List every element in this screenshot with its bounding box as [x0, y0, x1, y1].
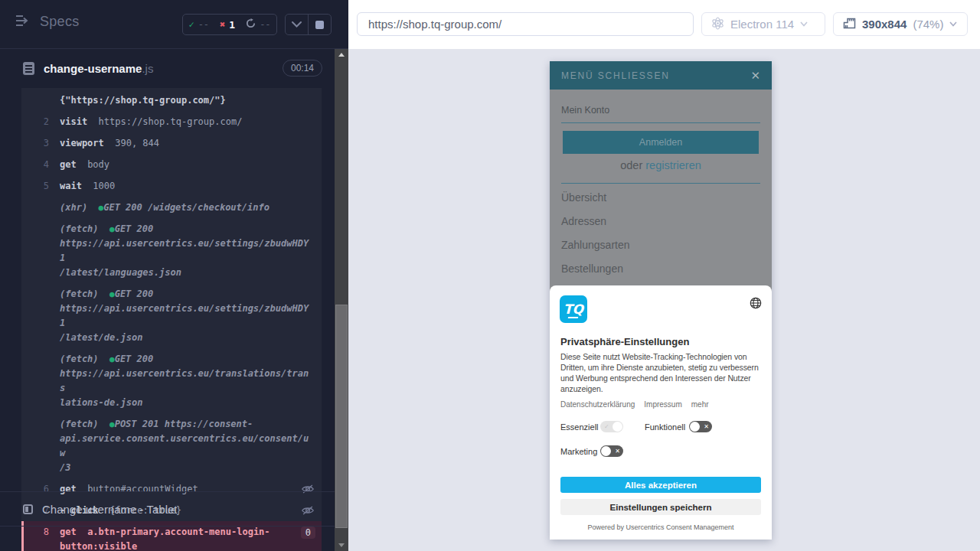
reporter-header: Specs ✓ -- ✖ 1 --: [0, 0, 348, 49]
consent-toggle-off[interactable]: ✕: [689, 421, 712, 432]
toggle-label: Funktionell: [645, 422, 689, 432]
powered-by-label: Powered by Usercentrics Consent Manageme…: [550, 523, 772, 531]
browser-select[interactable]: Electron 114: [701, 12, 825, 36]
command-row[interactable]: {"https://shop.tq-group.com/"}: [21, 90, 322, 111]
browser-url-bar: Electron 114 390x844 (74%): [348, 0, 980, 49]
command-number: [21, 201, 60, 215]
mobile-menu-header: MENÜ SCHLIESSEN ✕: [550, 61, 772, 90]
command-number: [21, 352, 60, 410]
save-settings-button[interactable]: Einstellungen speichern: [560, 499, 761, 515]
command-number: 4: [21, 158, 60, 172]
passed-icon: ✓: [188, 19, 194, 30]
app-under-test-viewport: MENÜ SCHLIESSEN ✕ Mein Konto Anmelden od…: [550, 61, 772, 540]
specs-menu-button[interactable]: Specs: [15, 14, 80, 30]
electron-icon: [711, 17, 724, 32]
chevron-down-icon: [949, 21, 957, 27]
consent-toggle-on[interactable]: ✓: [600, 421, 623, 432]
network-log-row[interactable]: (fetch) ●POST 201 https://consent- api.s…: [21, 413, 322, 478]
toggle-label: Essenziell: [560, 422, 600, 432]
account-section-label: Mein Konto: [561, 105, 609, 116]
command-text: get a.btn-primary.account-menu-login- bu…: [60, 525, 312, 551]
consent-links: DatenschutzerklärungImpressummehr: [560, 400, 709, 409]
test-title-row[interactable]: Change username - Tablet: [0, 491, 335, 527]
network-log-row[interactable]: (fetch) ●GET 200 https://api.usercentric…: [21, 283, 322, 348]
spec-file-icon: [23, 62, 34, 75]
network-log-row[interactable]: (xhr) ●GET 200 /widgets/checkout/info: [21, 197, 322, 218]
login-button[interactable]: Anmelden: [563, 131, 759, 154]
menu-close-label[interactable]: MENÜ SCHLIESSEN: [561, 70, 670, 81]
failed-icon: ✖: [220, 19, 225, 30]
network-log-row[interactable]: (fetch) ●GET 200 https://api.usercentric…: [21, 348, 322, 413]
consent-link[interactable]: Impressum: [644, 400, 681, 409]
command-number: 5: [21, 179, 60, 194]
cookie-consent-dialog: TQ Privatsphäre-Einstellungen Diese Seit…: [550, 285, 772, 540]
account-menu-item[interactable]: Zahlungsarten: [561, 239, 760, 262]
test-title: Change username - Tablet: [42, 503, 178, 516]
viewport-size-select[interactable]: 390x844 (74%): [833, 12, 968, 36]
stop-button[interactable]: [309, 15, 331, 34]
command-text: (fetch) ●POST 201 https://consent- api.s…: [60, 417, 312, 475]
accept-all-button[interactable]: Alles akzeptieren: [560, 477, 761, 493]
run-controls: [285, 14, 332, 35]
command-number: 3: [21, 136, 60, 151]
register-row: oder registrieren: [550, 159, 772, 171]
language-globe-icon[interactable]: [750, 297, 762, 312]
account-menu-list: ÜbersichtAdressenZahlungsartenBestellung…: [561, 191, 760, 286]
passed-count: --: [198, 19, 209, 30]
command-row[interactable]: 3viewport 390, 844: [21, 132, 322, 154]
account-menu-item[interactable]: Übersicht: [561, 191, 760, 215]
ruler-icon: [843, 18, 856, 31]
command-number: [21, 93, 60, 108]
spec-file-row[interactable]: change-username.js 00:14: [0, 49, 335, 87]
command-row[interactable]: 2visit https://shop.tq-group.com/: [21, 111, 322, 132]
command-text: (fetch) ●GET 200 https://api.usercentric…: [60, 287, 312, 345]
command-row[interactable]: 4get body: [21, 154, 322, 175]
specs-list-icon: [15, 15, 31, 30]
register-link[interactable]: registrieren: [645, 159, 701, 171]
consent-toggle-off[interactable]: ✕: [600, 445, 623, 457]
status-dot-icon: ●: [109, 354, 115, 364]
failed-count: 1: [229, 19, 235, 31]
command-row[interactable]: 5wait 1000: [21, 175, 322, 197]
spec-duration-badge: 00:14: [283, 60, 322, 77]
close-icon[interactable]: ✕: [750, 69, 760, 83]
command-number: [21, 287, 60, 345]
consent-title: Privatsphäre-Einstellungen: [560, 336, 689, 347]
command-number: [21, 222, 60, 280]
reporter-scrollbar[interactable]: [335, 49, 348, 551]
command-text: get body: [60, 158, 312, 172]
command-text: (fetch) ●GET 200 https://api.usercentric…: [60, 222, 312, 280]
scroll-up-button[interactable]: [335, 49, 348, 60]
test-runner-reporter: Specs ✓ -- ✖ 1 -- change-username.js: [0, 0, 348, 551]
pending-count: --: [260, 19, 270, 30]
consent-toggle-row: Essenziell✓Funktionell✕: [560, 421, 712, 432]
consent-toggle-row: Marketing✕: [560, 445, 623, 457]
viewport-size: 390x844: [862, 18, 906, 31]
stop-icon: [315, 21, 324, 29]
pending-icon: [246, 18, 256, 31]
scroll-down-button[interactable]: [335, 540, 348, 551]
command-number: [21, 417, 60, 475]
command-number: 2: [21, 115, 60, 129]
scrollbar-thumb[interactable]: [335, 305, 348, 528]
command-text: viewport 390, 844: [60, 136, 312, 151]
command-text: (xhr) ●GET 200 /widgets/checkout/info: [60, 201, 312, 215]
consent-link[interactable]: mehr: [691, 400, 709, 409]
divider: [561, 183, 760, 184]
match-count-badge: 0: [301, 527, 315, 539]
url-input[interactable]: [357, 12, 694, 36]
account-menu-item[interactable]: Bestellungen: [561, 262, 760, 286]
network-log-row[interactable]: (fetch) ●GET 200 https://api.usercentric…: [21, 218, 322, 283]
status-dot-icon: ●: [109, 419, 115, 429]
specs-title: Specs: [40, 14, 80, 30]
toggle-label: Marketing: [560, 447, 600, 456]
command-log: {"https://shop.tq-group.com/"}2visit htt…: [21, 88, 322, 551]
collapse-button[interactable]: [286, 15, 308, 34]
chevron-down-icon: [800, 21, 808, 27]
viewport-zoom: (74%): [913, 18, 943, 31]
divider: [561, 122, 760, 123]
test-state-icon: [23, 504, 33, 514]
account-menu-item[interactable]: Adressen: [561, 215, 760, 239]
consent-link[interactable]: Datenschutzerklärung: [560, 400, 635, 409]
status-dot-icon: ●: [109, 224, 115, 234]
